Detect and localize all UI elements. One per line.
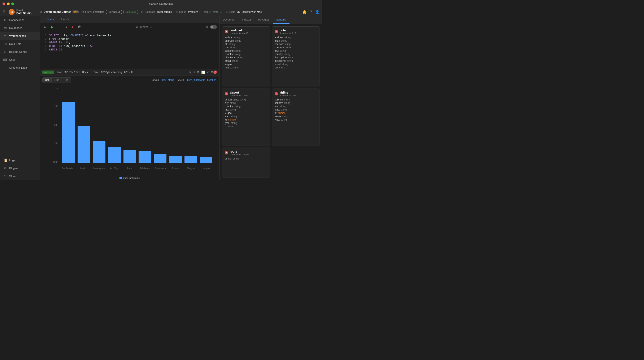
tab-schema[interactable]: Schema — [273, 16, 290, 24]
card-icon: ● — [225, 151, 228, 155]
chart-area: Bar Line Pie XAxis city : string YAxis n… — [40, 76, 219, 180]
sidebar-item-backup[interactable]: ⊡ Backup Center — [0, 48, 40, 56]
card-field: id: number — [274, 111, 317, 115]
logo-area: C Capella Data Studio — [9, 9, 36, 15]
sidebar: ⊙ Connections ▤ Databases ✂ Workbenches … — [0, 16, 40, 180]
sidebar-item-connections[interactable]: ⊙ Connections — [0, 16, 40, 24]
sidebar-item-workbenches[interactable]: ✂ Workbenches — [0, 32, 40, 40]
logs-icon: 📜 — [3, 158, 7, 162]
bar-item — [77, 86, 91, 163]
run-button[interactable]: ▶ — [50, 24, 55, 30]
provisioned-badge: Provisioned — [106, 10, 122, 14]
sidebar-item-logs[interactable]: 📜 Logs — [0, 156, 40, 164]
plugins-icon: ⊕ — [3, 166, 7, 170]
sidebar-item-shell[interactable]: ⌨ Shell — [0, 56, 40, 64]
backup-icon: ⊡ — [3, 50, 7, 54]
tab-askiq[interactable]: Ask iQ — [57, 16, 72, 22]
card-field: faa: string — [225, 108, 267, 111]
card-docs: documents: 1,968 — [230, 94, 248, 97]
grid-icon[interactable]: ⊞ — [197, 71, 200, 74]
window-controls[interactable] — [2, 2, 14, 5]
databases-icon: ▤ — [3, 26, 7, 30]
x-label: Paris — [123, 167, 137, 170]
bar-item — [62, 86, 76, 163]
expand-icon[interactable]: ▶ — [225, 63, 226, 66]
card-field: id: number — [225, 118, 267, 121]
schema-tabs: Document Indexes Favorites Schema — [220, 16, 322, 24]
next-query-icon[interactable]: ⏭ — [150, 25, 152, 28]
chart-icon[interactable]: 📊 — [201, 71, 205, 74]
copy-result-icon[interactable]: ⎘ — [190, 71, 191, 74]
tab-favorites[interactable]: Favorites — [255, 16, 273, 24]
chart-tabs: Bar Line Pie XAxis city : string YAxis n… — [40, 76, 219, 84]
bar-item — [184, 86, 198, 163]
sidebar-item-store[interactable]: ⬡ Store — [0, 172, 40, 180]
download-icon[interactable]: ⬇ — [193, 71, 196, 74]
xaxis-select[interactable]: city : string — [161, 78, 175, 82]
card-field: directions: string — [225, 56, 267, 59]
titlebar: Capella DataStudio — [0, 0, 322, 8]
expand-icon[interactable]: ⤢ — [206, 71, 209, 74]
card-field: directions: string — [274, 59, 317, 63]
maximize-button[interactable] — [11, 2, 14, 5]
sql-editor[interactable]: 1 SELECT city, COUNT(*) AS num_landmarks… — [40, 31, 219, 69]
bell-icon[interactable]: 🔔 — [302, 10, 307, 14]
card-field: address: string — [274, 36, 317, 39]
x-label: London — [77, 167, 91, 170]
minimize-button[interactable] — [7, 2, 10, 5]
tab-query[interactable]: Query — [43, 16, 57, 22]
store-icon: ⬡ — [3, 174, 7, 178]
card-field: checkout: string — [274, 46, 317, 49]
prev-query-icon[interactable]: ⏮ — [136, 25, 138, 28]
datasets-icon: ◫ — [3, 42, 7, 46]
user-icon[interactable]: 👤 — [315, 10, 320, 14]
cluster-name[interactable]: Development Cluster — [44, 10, 71, 13]
logo-icon: C — [9, 9, 15, 15]
close-button[interactable] — [2, 2, 5, 5]
queries-nav: ⏮ queries ⏭ — [136, 25, 152, 28]
settings-result-icon[interactable]: ⚙ — [211, 71, 214, 74]
bar-item — [138, 86, 152, 163]
sidebar-item-databases[interactable]: ▤ Databases — [0, 24, 40, 32]
chart-tab-pie[interactable]: Pie — [62, 77, 71, 82]
sidebar-item-datasets[interactable]: ◫ Data Sets — [0, 40, 40, 48]
tab-indexes[interactable]: Indexes — [238, 16, 255, 24]
card-field: country: string — [225, 105, 267, 108]
x-labels: San FranciscoLondonLos AngelesSan DiegoP… — [60, 167, 215, 170]
chart-tab-line[interactable]: Line — [52, 77, 62, 82]
connected-badge: connected — [124, 10, 138, 14]
connections-icon: ⊙ — [3, 18, 7, 22]
expand-icon[interactable]: ▶ — [225, 112, 226, 115]
card-field: description: string — [274, 56, 317, 59]
notification-area[interactable]: ⚙ 2 — [211, 71, 217, 74]
sidebar-item-synthetic[interactable]: ≡ Synthetic Data — [0, 64, 40, 72]
chart-tab-bar[interactable]: Bar — [42, 77, 52, 82]
header-bar: ☰ C Capella Data Studio ⊞ Development Cl… — [0, 8, 322, 16]
card-field: city: string — [225, 46, 267, 49]
settings-button[interactable]: ⚙ — [42, 24, 48, 30]
bar-chart: 1000 750 500 250 0 San FranciscoLondonLo… — [40, 84, 219, 176]
schema-panel: Document Indexes Favorites Schema ● land… — [219, 16, 322, 180]
tx-toggle[interactable] — [210, 25, 217, 29]
card-field: iata: string — [274, 105, 317, 108]
format-button[interactable]: ≡ — [64, 24, 68, 30]
axis-selectors: XAxis city : string YAxis num_landmarks … — [152, 78, 217, 82]
help-icon[interactable]: ? — [310, 10, 312, 14]
card-field: airline: string — [225, 157, 267, 160]
tab-document[interactable]: Document — [220, 16, 238, 24]
synthetic-icon: ≡ — [3, 66, 7, 69]
tx-label: Tx — [206, 25, 208, 28]
status-badge: success — [42, 71, 54, 74]
card-title: landmark — [230, 29, 248, 32]
card-icon: ● — [225, 30, 228, 33]
x-label: San Francisco — [62, 167, 76, 170]
stop-button[interactable]: ⏸ — [56, 24, 62, 30]
favorite-button[interactable]: ♥ — [70, 24, 75, 30]
yaxis-select[interactable]: num_landmarks : number — [186, 78, 217, 82]
card-icon: ● — [225, 92, 228, 95]
delete-button[interactable]: 🗑 — [76, 24, 82, 30]
hamburger-menu[interactable]: ☰ — [2, 10, 6, 14]
card-field: ▶geo — [225, 111, 267, 115]
sidebar-item-plugins[interactable]: ⊕ Plugins — [0, 164, 40, 172]
bar-item — [153, 86, 167, 163]
